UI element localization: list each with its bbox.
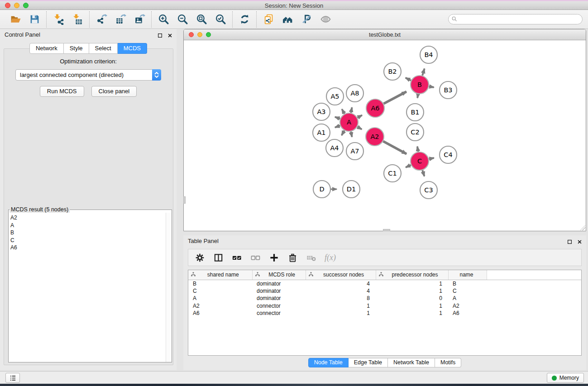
node-C[interactable]: C [411,152,429,170]
float-panel-icon[interactable] [158,32,163,40]
table-cell[interactable]: 8 [306,295,376,302]
table-cell[interactable]: 1 [376,302,448,310]
table-cell[interactable]: connector [252,302,306,310]
edge-A-A6[interactable] [358,115,362,118]
mcds-result-item[interactable]: C [10,237,166,244]
export-network-button[interactable] [95,13,108,26]
node-A1[interactable]: A1 [313,124,330,141]
network-canvas[interactable]: AA1A2A3A4A5A6A7A8BB1B2B3B4CC1C2C3C4DD1 [184,40,586,231]
import-network-button[interactable] [52,13,65,26]
close-panel-icon[interactable] [167,32,172,40]
zoom-out-button[interactable] [176,13,189,26]
table-cell[interactable]: A6 [188,310,252,317]
tab-mcds[interactable]: MCDS [118,43,147,54]
column-header-name[interactable]: name [448,270,487,280]
table-cell[interactable]: A6 [448,310,487,317]
edge-A6-B[interactable] [384,91,406,104]
edge-A-A2[interactable] [357,127,362,129]
hide-graphics-details-button[interactable] [300,13,313,26]
tab-style[interactable]: Style [64,43,89,54]
log-console-button[interactable] [5,373,20,383]
node-C3[interactable]: C3 [420,181,437,199]
table-cell[interactable]: dominator [252,295,306,302]
run-mcds-button[interactable]: Run MCDS [40,86,84,97]
edge-B-B1[interactable] [417,94,418,98]
node-B2[interactable]: B2 [384,63,401,80]
tab-network-table[interactable]: Network Table [388,358,435,367]
column-header-shared-name[interactable]: shared name [188,270,252,280]
columns-button[interactable] [212,252,224,263]
edge-C-C3[interactable] [422,170,424,176]
node-A7[interactable]: A7 [346,143,363,160]
column-header-successor-nodes[interactable]: successor nodes [306,270,376,280]
edge-C-C4[interactable] [429,158,434,159]
edge-A-A5[interactable] [342,109,344,114]
window-resize-grip[interactable] [580,225,585,230]
table-cell[interactable]: 1 [306,302,376,310]
node-A8[interactable]: A8 [346,85,363,102]
edge-B-B3[interactable] [429,86,434,87]
optimization-criterion-select[interactable]: largest connected component (directed) [15,69,161,81]
table-row[interactable]: Bdominator41B [188,280,581,287]
edge-A-A1[interactable] [335,125,340,127]
tab-edge-table[interactable]: Edge Table [349,358,388,367]
edge-C-C1[interactable] [406,165,411,167]
edge-A-A7[interactable] [351,132,352,137]
network-from-selection-button[interactable] [262,13,275,26]
table-cell[interactable]: 4 [306,280,376,287]
delete-row-button[interactable] [287,252,298,263]
network-horizontal-scroll-thumb[interactable] [383,229,390,231]
table-cell[interactable]: B [188,280,252,287]
table-row[interactable]: Adominator80A [188,295,581,302]
settings-button[interactable] [194,252,206,263]
memory-button[interactable]: Memory [547,373,584,383]
node-C4[interactable]: C4 [440,146,457,163]
table-cell[interactable]: A2 [188,302,252,310]
deselect-all-button[interactable] [249,252,261,263]
add-row-button[interactable] [268,252,280,263]
node-A2[interactable]: A2 [366,128,384,146]
table-row[interactable]: A2connector11A2 [188,302,581,310]
table-cell[interactable]: C [188,287,252,295]
edge-A2-C[interactable] [383,141,406,154]
open-folder-button[interactable] [9,13,22,26]
refresh-button[interactable] [238,13,251,26]
double-house-button[interactable] [281,13,294,26]
column-header-MCDS-role[interactable]: MCDS role [252,270,306,280]
zoom-selected-button[interactable] [214,13,227,26]
node-C2[interactable]: C2 [406,124,424,141]
edge-B-B2[interactable] [406,78,411,81]
table-cell[interactable]: 0 [376,295,448,302]
node-B[interactable]: B [411,76,429,94]
node-B3[interactable]: B3 [440,81,457,99]
table-cell[interactable]: A2 [448,302,487,310]
table-row[interactable]: A6connector11A6 [188,310,581,317]
table-cell[interactable]: connector [252,310,306,317]
table-cell[interactable]: 4 [306,287,376,295]
mcds-result-item[interactable]: A2 [10,214,166,222]
mcds-result-item[interactable]: A6 [10,244,166,252]
edge-C-C2[interactable] [417,147,418,152]
table-cell[interactable]: dominator [252,287,306,295]
mcds-result-item[interactable]: A [10,222,166,229]
edge-B-B4[interactable] [422,69,425,76]
tab-motifs[interactable]: Motifs [435,358,461,367]
node-A4[interactable]: A4 [326,139,343,157]
mcds-result-scrollbar[interactable] [166,213,172,362]
table-cell[interactable]: 1 [376,280,448,287]
eye-button[interactable] [319,13,332,26]
column-header-predecessor-nodes[interactable]: predecessor nodes [376,270,448,280]
mcds-result-list[interactable]: A2ABCA6 [9,214,166,362]
export-table-button[interactable] [114,13,127,26]
node-A[interactable]: A [340,113,358,131]
node-A5[interactable]: A5 [326,88,344,105]
close-panel-button[interactable]: Close panel [91,86,137,97]
search-input[interactable] [448,14,583,24]
import-table-button[interactable] [71,13,84,26]
table-cell[interactable]: 1 [376,310,448,317]
save-floppy-button[interactable] [28,13,41,26]
export-image-button[interactable] [133,13,146,26]
zoom-fit-button[interactable] [195,13,208,26]
network-vertical-scroll-thumb[interactable] [183,196,186,204]
edge-A-A8[interactable] [351,107,352,113]
